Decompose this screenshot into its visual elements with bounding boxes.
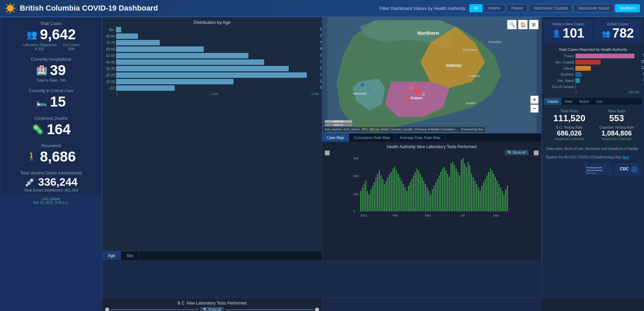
filter-interior[interactable]: Interior [484, 4, 505, 12]
new-tests-card: New Tests 553 [594, 109, 640, 124]
critical-value: 15 [50, 94, 66, 110]
hosp-sub-label: Total to Date: [36, 78, 58, 82]
active-cases-title: Active Cases [597, 22, 640, 26]
map-container: Northern Interior Fraser Vancouver Edmon… [322, 17, 542, 133]
age-bar-10 [116, 79, 233, 84]
svg-rect-112 [486, 175, 487, 211]
svg-rect-44 [370, 189, 371, 211]
svg-line-5 [6, 4, 8, 5]
svg-text:Vancouver: Vancouver [353, 92, 366, 95]
age-row-10: 10-19 1,158 [105, 79, 319, 84]
age-row-60: 60-69 863 [105, 46, 319, 52]
svg-rect-57 [392, 169, 393, 211]
filter-fraser[interactable]: Fraser [507, 4, 528, 12]
age-bar-80 [116, 33, 138, 39]
right-panel: Today's New Cases 👤 101 Active Cases 👥 7… [542, 17, 644, 298]
svg-rect-115 [491, 170, 492, 211]
canadian-rate-card: Canadian Testing Rate 1,084,806 People p… [594, 126, 640, 141]
bc-tests-title: B.C. New Laboratory Tests Performed [105, 301, 319, 306]
svg-rect-42 [367, 191, 368, 211]
explore-app-link[interactable]: here [622, 155, 629, 159]
hosp-title: Currently Hospitalized [5, 57, 97, 62]
svg-rect-87 [444, 167, 445, 211]
ha-show-all-btn[interactable]: 🔍 Show all [505, 150, 528, 155]
ha-tests-chart: Health Authority New Laboratory Tests Pe… [322, 142, 542, 260]
svg-rect-113 [488, 172, 489, 211]
total-cases-value: 9,642 [40, 27, 76, 42]
svg-rect-89 [447, 174, 448, 211]
svg-rect-45 [372, 186, 373, 211]
cases-tab-new[interactable]: New [561, 98, 576, 105]
ha-row-northern: Northern 9,642 [547, 72, 639, 77]
svg-rect-88 [445, 170, 446, 211]
new-cases-card: Today's New Cases 👤 101 [544, 19, 592, 43]
filter-vancouver-coastal[interactable]: Vancouver Coastal [529, 4, 572, 12]
svg-rect-84 [439, 175, 440, 211]
svg-rect-94 [456, 169, 457, 211]
svg-rect-102 [469, 165, 470, 211]
scale-mi: 400 mi [325, 124, 352, 126]
svg-rect-74 [421, 177, 423, 211]
bc-show-all-btn[interactable]: 🔍 Show all [200, 307, 224, 311]
svg-point-23 [415, 89, 420, 94]
epi-value: 305 [63, 47, 79, 51]
svg-rect-118 [497, 181, 498, 211]
critical-title: Currently in Critical Care [5, 88, 97, 93]
tests-grid: Total Tests 111,520 New Tests 553 B.C. T… [547, 109, 639, 141]
recovered-title: Recovered [5, 143, 97, 148]
new-cases-title: Today's New Cases [547, 22, 590, 26]
filter-all[interactable]: All [469, 4, 483, 12]
bc-tests-panel: B.C. New Laboratory Tests Performed 🔍 Sh… [102, 298, 322, 311]
new-cases-icon: 👤 [552, 29, 561, 38]
svg-text:Edmonton: Edmonton [462, 48, 477, 52]
svg-rect-75 [423, 181, 424, 211]
svg-rect-64 [404, 187, 405, 211]
new-cases-value: 101 [563, 26, 584, 41]
cases-tab-cases[interactable]: Cases [544, 98, 561, 105]
vaccine-icon: 💉 [25, 177, 35, 187]
cases-tabs: Cases New Active List [544, 98, 642, 105]
svg-text:Better Health.: Better Health. [586, 172, 597, 174]
svg-rect-56 [391, 172, 392, 211]
map-tab-average[interactable]: Average Daily Rate Map [395, 133, 445, 142]
hospital-icon: 🏥 [36, 65, 47, 76]
zoom-out-btn[interactable]: − [530, 104, 539, 113]
tab-age[interactable]: Age [102, 251, 121, 260]
filter-vancouver-island[interactable]: Vancouver Island [573, 4, 614, 12]
filter-northern[interactable]: Northern [615, 4, 640, 12]
age-row-30: 30-39 1,701 [105, 66, 319, 71]
svg-text:Provincial Health: Provincial Health [586, 167, 602, 169]
recovered-card: Recovered 🚶 8,686 [1, 141, 101, 167]
zoom-in-btn[interactable]: + [530, 96, 539, 104]
lab-diag-value: 9,337 [23, 47, 56, 51]
total-tests-value: 111,520 [547, 113, 592, 124]
svg-rect-68 [411, 179, 412, 211]
map-tab-cumulative[interactable]: Cumulative Rate Map [349, 133, 395, 142]
svg-text:0: 0 [353, 210, 355, 213]
epi-label: Epi-Linked [63, 43, 79, 47]
bc-slider-right[interactable] [315, 308, 319, 311]
recovered-value: 8,686 [40, 149, 76, 165]
svg-rect-80 [432, 189, 433, 211]
cases-tab-list[interactable]: List [593, 98, 605, 105]
svg-rect-93 [454, 165, 455, 211]
cases-tab-active[interactable]: Active [576, 98, 593, 105]
ha-chart-title: Total Cases Reported by Health Authority [547, 47, 639, 52]
active-cases-icon: 👥 [602, 29, 610, 38]
map-grid-btn[interactable]: ⊞ [529, 20, 539, 29]
map-toolbar: 🔍 🏠 ⊞ [507, 20, 539, 29]
map-search-btn[interactable]: 🔍 [507, 20, 517, 29]
map-tab-case[interactable]: Case Map [322, 133, 349, 142]
age-axis: 01,0002,000 [105, 92, 319, 96]
map-home-btn[interactable]: 🏠 [518, 20, 528, 29]
bc-slider-left[interactable] [105, 308, 109, 311]
svg-rect-41 [365, 181, 366, 211]
svg-rect-59 [396, 170, 397, 211]
total-cases-title: Total Cases [5, 21, 97, 26]
tab-sex[interactable]: Sex [121, 251, 139, 260]
svg-rect-76 [425, 184, 426, 211]
svg-rect-117 [495, 177, 496, 211]
bottom-right-spacer [322, 298, 542, 311]
vax-sub-label: Total Doses Distributed: [24, 188, 63, 192]
svg-rect-46 [374, 182, 375, 211]
